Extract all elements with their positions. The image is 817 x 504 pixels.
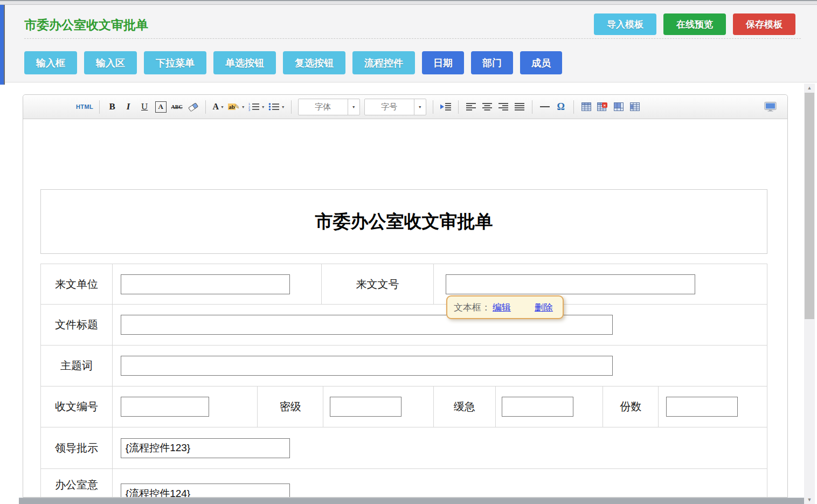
delete-table-button[interactable]: × — [596, 99, 609, 114]
palette-item-date[interactable]: 日期 — [422, 51, 464, 74]
align-left-button[interactable] — [465, 99, 477, 114]
toolbar-separator — [433, 100, 433, 114]
indent-icon — [440, 102, 452, 111]
import-template-button[interactable]: 导入模板 — [594, 13, 656, 35]
header: 市委办公室收文审批单 导入模板 在线预览 保存模板 输入框 输入区 下拉菜单 单… — [4, 5, 817, 82]
align-right-icon — [498, 102, 508, 111]
form-cell — [113, 427, 767, 468]
form-row: 领导批示 — [41, 427, 767, 469]
form-cell — [113, 346, 767, 386]
window-top-strip — [0, 0, 817, 5]
strikethrough-button[interactable]: ABC — [170, 99, 183, 114]
control-tooltip: 文本框： 编辑 删除 — [446, 295, 564, 319]
align-right-button[interactable] — [497, 99, 510, 114]
unordered-list-button[interactable]: ▼ — [268, 99, 285, 114]
table-properties-button[interactable] — [612, 99, 625, 114]
subject-input[interactable] — [121, 356, 613, 376]
source-unit-input[interactable] — [121, 274, 290, 294]
bold-button[interactable]: B — [106, 99, 119, 114]
palette-item-textarea[interactable]: 输入区 — [84, 51, 137, 74]
font-style-button[interactable]: A — [154, 99, 167, 114]
insert-table-icon — [581, 102, 591, 111]
bottom-bar — [19, 498, 804, 504]
toolbar-separator — [205, 100, 206, 114]
pencil-icon: ✎ — [234, 103, 240, 111]
form-cell: 份数 — [603, 386, 659, 427]
edit-control-link[interactable]: 编辑 — [493, 301, 511, 314]
doc-number-input[interactable] — [446, 274, 695, 294]
font-family-select[interactable]: 字体 ▼ — [298, 99, 360, 115]
form-table: 来文单位 来文文号 文件标题 — [40, 264, 767, 497]
palette-item-member[interactable]: 成员 — [520, 51, 562, 74]
ordered-list-button[interactable]: 1 2 3 ▼ — [248, 99, 265, 114]
field-label-receipt-no: 收文编号 — [41, 399, 112, 414]
horizontal-rule-button[interactable] — [538, 99, 551, 114]
form-row: 办公室意见 — [41, 469, 767, 497]
italic-button[interactable]: I — [122, 99, 135, 114]
html-source-button[interactable]: HTML — [76, 99, 93, 114]
insert-table-button[interactable] — [580, 99, 593, 114]
form-row: 来文单位 来文文号 — [41, 264, 767, 305]
caret-down-icon: ▼ — [261, 105, 265, 109]
toolbar-separator — [99, 100, 100, 114]
editor-toolbar: HTML B I U A ABC A ▼ ab ✎ ▼ 1 — [23, 95, 787, 119]
svg-text:3: 3 — [248, 108, 250, 111]
form-cell — [113, 305, 767, 345]
palette-item-dropdown[interactable]: 下拉菜单 — [144, 51, 206, 74]
form-cell — [113, 469, 767, 497]
urgency-input[interactable] — [502, 397, 573, 417]
field-label-office-opinion: 办公室意见 — [52, 475, 101, 497]
background-blue-sliver — [0, 2, 5, 85]
secrecy-input[interactable] — [330, 397, 401, 417]
office-opinion-input[interactable] — [121, 484, 290, 497]
font-size-select[interactable]: 字号 ▼ — [364, 99, 426, 115]
caret-down-icon: ▼ — [414, 99, 426, 115]
palette-item-flow-control[interactable]: 流程控件 — [352, 51, 415, 74]
palette-item-checkbox[interactable]: 复选按钮 — [283, 51, 345, 74]
text-color-button[interactable]: A ▼ — [212, 99, 225, 114]
remove-format-button[interactable] — [186, 99, 199, 114]
scrollbar-thumb[interactable] — [805, 93, 814, 319]
align-justify-icon — [515, 102, 524, 111]
receipt-no-input[interactable] — [121, 397, 209, 417]
toolbar-separator — [291, 100, 292, 114]
field-label-copies: 份数 — [603, 399, 658, 414]
field-label-doc-number: 来文文号 — [322, 277, 433, 292]
scroll-up-button[interactable]: ▲ — [804, 84, 815, 92]
unordered-list-icon — [268, 102, 280, 111]
align-center-button[interactable] — [481, 99, 494, 114]
form-cell — [323, 386, 434, 427]
palette-item-radio[interactable]: 单选按钮 — [213, 51, 276, 74]
save-template-button[interactable]: 保存模板 — [733, 13, 795, 35]
leader-note-input[interactable] — [121, 438, 290, 458]
vertical-scrollbar[interactable]: ▲ ▼ — [804, 84, 815, 504]
palette-item-department[interactable]: 部门 — [471, 51, 513, 74]
blockquote-button[interactable] — [439, 99, 452, 114]
form-cell: 来文文号 — [322, 264, 434, 304]
align-justify-button[interactable] — [513, 99, 526, 114]
editor-canvas[interactable]: 市委办公室收文审批单 来文单位 来文文号 — [23, 119, 787, 497]
palette-item-input-box[interactable]: 输入框 — [24, 51, 77, 74]
caret-down-icon: ▼ — [220, 105, 224, 109]
delete-control-link[interactable]: 删除 — [535, 301, 553, 314]
preview-online-button[interactable]: 在线预览 — [663, 13, 726, 35]
highlight-color-button[interactable]: ab ✎ ▼ — [228, 99, 245, 114]
form-title-box: 市委办公室收文审批单 — [40, 189, 767, 254]
field-label-subject: 主题词 — [41, 358, 112, 373]
form-cell: 缓急 — [434, 386, 496, 427]
scroll-down-button[interactable]: ▼ — [804, 495, 815, 504]
component-palette: 输入框 输入区 下拉菜单 单选按钮 复选按钮 流程控件 日期 部门 成员 — [24, 51, 562, 74]
underline-button[interactable]: U — [138, 99, 151, 114]
fullscreen-button[interactable] — [764, 99, 777, 114]
align-center-icon — [482, 102, 492, 111]
cell-properties-button[interactable] — [628, 99, 641, 114]
table-properties-icon — [614, 102, 624, 111]
form-row: 主题词 — [41, 346, 767, 386]
form-cell: 来文单位 — [41, 264, 113, 304]
field-label-urgency: 缓急 — [434, 399, 495, 414]
boxed-a-icon: A — [155, 101, 167, 113]
caret-down-icon: ▼ — [241, 105, 245, 109]
field-label-secrecy: 密级 — [258, 399, 323, 414]
copies-input[interactable] — [666, 397, 738, 417]
special-char-button[interactable]: Ω — [555, 99, 567, 114]
